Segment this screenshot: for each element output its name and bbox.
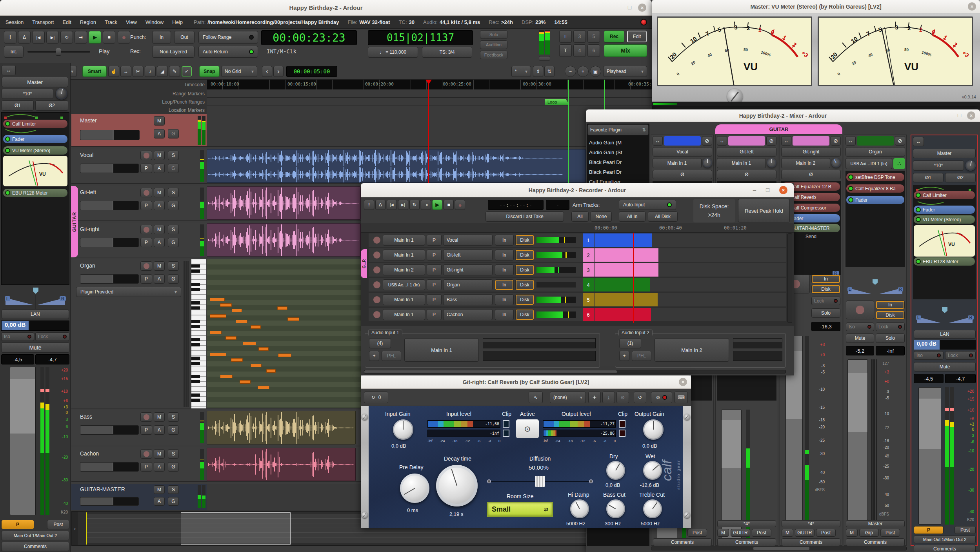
strip-name-button[interactable]: Master bbox=[2, 77, 68, 87]
meter-reset-button[interactable] bbox=[539, 56, 550, 61]
trim-knob[interactable] bbox=[965, 160, 976, 171]
arm-all-button[interactable]: All bbox=[571, 211, 589, 222]
phase-2-button[interactable]: Ø2 bbox=[945, 173, 976, 182]
pfl-button[interactable]: PFL bbox=[382, 351, 401, 361]
row-in-button[interactable]: In bbox=[495, 309, 514, 320]
processor-box[interactable]: setBfree DSP Tone Calf Equalizer 8 Ba Fa… bbox=[845, 171, 905, 267]
group-button[interactable]: G bbox=[168, 238, 179, 247]
metronome-icon[interactable]: Δ bbox=[375, 200, 385, 210]
row-playlist-button[interactable]: P bbox=[427, 279, 442, 290]
group-button[interactable]: Grp bbox=[859, 529, 879, 537]
comments-button[interactable]: Comments bbox=[914, 545, 976, 552]
pfl-button[interactable]: PFL bbox=[632, 351, 651, 361]
edit-page-button[interactable]: Edit bbox=[627, 30, 647, 43]
record-arm-button[interactable] bbox=[140, 449, 152, 459]
audio-region-cachon[interactable] bbox=[207, 448, 356, 481]
lan-button[interactable]: LAN bbox=[2, 310, 69, 319]
smart-mode-button[interactable]: Smart bbox=[82, 66, 107, 77]
post-button[interactable]: Post bbox=[687, 529, 707, 537]
solo-track-button[interactable]: S bbox=[168, 261, 179, 271]
zoom-focus-dropdown[interactable]: Playhead▾ bbox=[603, 66, 647, 77]
processor-box[interactable]: Calf Limiter Fader VU Meter (Stereo) VU … bbox=[913, 185, 976, 299]
track-header-organ[interactable]: Organ M S P A G Plugin Provided▾ bbox=[71, 259, 207, 408]
cut-tool-icon[interactable]: ✂ bbox=[133, 66, 144, 77]
solo-button[interactable]: Solo bbox=[480, 30, 507, 39]
zoom-in-icon[interactable]: + bbox=[577, 66, 589, 77]
record-indicator-icon[interactable] bbox=[640, 19, 647, 26]
nudge-forward-icon[interactable]: › bbox=[273, 66, 284, 77]
lock-button[interactable]: Lock bbox=[811, 297, 840, 305]
record-arm-icon[interactable] bbox=[373, 311, 380, 318]
gain-fader[interactable] bbox=[721, 410, 742, 539]
ruler-label-range[interactable]: Range Markers bbox=[173, 91, 205, 97]
strip-input-button[interactable]: Main In 1 bbox=[653, 158, 702, 168]
mute-track-button[interactable]: M bbox=[154, 151, 165, 160]
delete-preset-icon[interactable]: ⊘ bbox=[616, 392, 629, 403]
calf-titlebar[interactable]: Git-right: Calf Reverb (by Calf Studio G… bbox=[361, 375, 691, 389]
menu-session[interactable]: Session bbox=[5, 19, 24, 25]
auto-input-button[interactable]: Auto-Input bbox=[619, 200, 676, 210]
jump-icon[interactable]: ⇥ bbox=[75, 31, 87, 44]
menu-window[interactable]: Window bbox=[145, 19, 164, 25]
mute-track-button[interactable]: M bbox=[154, 449, 165, 459]
iso-button[interactable]: Iso bbox=[846, 322, 874, 331]
group-button[interactable]: GUITR bbox=[731, 529, 750, 537]
nudge-back-icon[interactable]: ‹ bbox=[262, 66, 272, 77]
hide-strip-icon[interactable]: ⊘ bbox=[766, 136, 776, 146]
track-lane-vocal[interactable] bbox=[207, 149, 652, 184]
follow-range-button[interactable]: Follow Range bbox=[198, 31, 258, 44]
track-header-git-left[interactable]: Git-left M S P A G bbox=[71, 186, 207, 220]
input-port-button[interactable]: Main In 2 bbox=[655, 338, 729, 362]
active-power-button[interactable]: ⊙ bbox=[516, 419, 539, 438]
fade-tool-icon[interactable]: ◢ bbox=[157, 66, 168, 77]
strip-color-bar[interactable] bbox=[664, 136, 701, 146]
group-button[interactable]: G bbox=[168, 462, 179, 472]
solo-track-button[interactable]: S bbox=[168, 412, 179, 422]
phase-button[interactable]: Ø bbox=[717, 170, 776, 179]
mute-track-button[interactable]: M bbox=[154, 261, 165, 271]
feedback-button[interactable]: Feedback bbox=[480, 51, 507, 59]
maximize-icon[interactable]: □ bbox=[628, 4, 631, 11]
bass-cut-knob[interactable] bbox=[606, 499, 625, 518]
row-disk-button[interactable]: Disk bbox=[515, 250, 534, 261]
ruler-label-loop[interactable]: Loop/Punch Ranges bbox=[162, 99, 205, 105]
ruler-label-location[interactable]: Location Markers bbox=[169, 107, 205, 113]
input-count-button[interactable]: (4) bbox=[369, 338, 391, 348]
close-icon[interactable]: × bbox=[967, 111, 975, 120]
recorder-clock[interactable]: --:--:--:- bbox=[488, 200, 544, 210]
tempo-button[interactable]: ♩ = 110,000 bbox=[368, 47, 418, 58]
automation-button[interactable]: A bbox=[154, 462, 165, 472]
strip-input-button[interactable]: USB Axi…IDI 1 (In) bbox=[845, 158, 892, 169]
strip-width-icon[interactable]: ↔ bbox=[2, 65, 16, 75]
gain-entry[interactable]: 0,00 dB bbox=[1, 321, 69, 331]
row-playlist-button[interactable]: P bbox=[427, 250, 442, 261]
edit-group-tab-guitar[interactable]: GUITAR bbox=[71, 186, 78, 257]
automation-button[interactable]: A bbox=[154, 274, 165, 284]
strip-name-button[interactable]: Git-left bbox=[717, 147, 776, 157]
output-button[interactable]: Master bbox=[846, 520, 905, 527]
group-button[interactable]: G bbox=[168, 274, 179, 284]
lock-button[interactable]: Lock bbox=[35, 332, 69, 341]
zoom-out-icon[interactable]: − bbox=[565, 66, 576, 77]
patch-selector[interactable]: Plugin Provided▾ bbox=[76, 287, 181, 297]
output-button[interactable]: Main Out 1/Main Out 2 bbox=[914, 536, 976, 543]
playlist-button[interactable]: P bbox=[140, 164, 152, 173]
edit-tool-icon[interactable]: ✓ bbox=[181, 66, 192, 77]
track-fader[interactable] bbox=[80, 462, 139, 472]
row-disk-button[interactable]: Disk bbox=[515, 309, 534, 320]
record-arm-button[interactable] bbox=[140, 412, 152, 422]
group-button[interactable]: G bbox=[168, 201, 179, 210]
post-button[interactable]: Post bbox=[955, 526, 976, 534]
mute-button[interactable]: M bbox=[717, 529, 729, 537]
preset-dropdown[interactable]: (none)▾ bbox=[550, 392, 586, 403]
mute-track-button[interactable]: M bbox=[154, 412, 165, 422]
metronome-icon[interactable]: Δ bbox=[18, 31, 31, 44]
rec-page-button[interactable]: Rec bbox=[604, 30, 624, 43]
trim-knob[interactable] bbox=[703, 158, 712, 168]
strip-width-icon[interactable]: ↔ bbox=[717, 136, 727, 146]
input-monitor-button[interactable]: In bbox=[876, 301, 905, 309]
row-disk-button[interactable]: Disk bbox=[515, 279, 534, 290]
room-size-selector[interactable]: Small⇄ bbox=[487, 502, 553, 517]
strip-name-button[interactable]: Master bbox=[913, 149, 976, 158]
plugin-item[interactable]: setBfree DSP Tone bbox=[846, 173, 904, 181]
